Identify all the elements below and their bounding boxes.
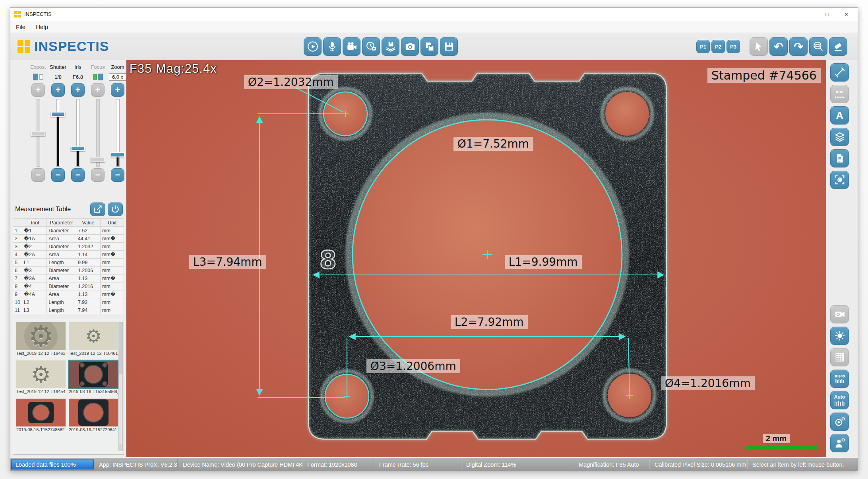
iris-decrease-button[interactable]: − xyxy=(71,168,85,182)
app-window: INSPECTIS — □ × File Help INSPECTIS xyxy=(10,7,858,471)
gallery-thumbnail[interactable]: 2019-08-16-T152729841_... xyxy=(69,399,118,432)
exposure-decrease-button[interactable]: − xyxy=(31,168,45,182)
measure-label-l1[interactable]: L1=9.99mm xyxy=(505,255,582,269)
focus-decrease-button[interactable]: − xyxy=(91,168,105,182)
preset-p3-button[interactable]: P3 xyxy=(727,40,740,53)
plate-thumbnail-image xyxy=(69,399,118,426)
window-title: INSPECTIS xyxy=(24,11,52,17)
snapshot-camera-button[interactable] xyxy=(401,37,419,56)
save-button[interactable] xyxy=(440,37,458,56)
exposure-increase-button[interactable]: + xyxy=(31,83,45,97)
col-header-unit: Unit xyxy=(101,219,124,227)
status-format: Format: 1920x1080 xyxy=(303,460,374,469)
measure-label-d3[interactable]: Ø3=1.2006mm xyxy=(366,359,460,373)
col-header-tool: Tool xyxy=(22,219,46,227)
grid-button[interactable] xyxy=(830,348,849,366)
slider-label: Shutter xyxy=(48,64,68,72)
table-row[interactable]: 6�3Diameter1.2006mm xyxy=(13,267,124,275)
user-settings-button[interactable]: ⚙ xyxy=(830,434,849,452)
table-row[interactable]: 4�2AArea1.14mm� xyxy=(13,251,124,259)
measure-tool-button[interactable] xyxy=(830,63,849,82)
measure-label-l3[interactable]: L3=7.94mm xyxy=(189,255,266,269)
table-row[interactable]: 9�4AArea1.13mm� xyxy=(13,290,124,298)
measure-label-l2[interactable]: L2=7.92mm xyxy=(451,315,528,329)
edit-toolbar: P1 P2 P3 ↶ ↷ xyxy=(696,37,847,56)
status-magnification: Magnification: F35 Auto xyxy=(575,460,649,469)
measure-label-d1[interactable]: Ø1=7.52mm xyxy=(453,137,533,151)
timelapse-capture-button[interactable] xyxy=(362,37,380,56)
shutter-slider[interactable] xyxy=(56,99,60,167)
zoom-increase-button[interactable]: + xyxy=(111,83,124,97)
maximize-button[interactable]: □ xyxy=(825,11,829,17)
thumbnail-caption: Test_2019-12-12-T164617... xyxy=(69,351,118,356)
eraser-button[interactable] xyxy=(829,37,847,56)
auto-levels-button[interactable]: Auto xyxy=(830,391,849,409)
status-pixel-size: Calibrated Pixel Size: 0.005106 mm xyxy=(651,460,747,469)
gallery-thumbnail[interactable]: ⚙ Test_2019-12-12-T164639... xyxy=(16,322,66,356)
table-row[interactable]: 8�4Diameter1.2016mm xyxy=(13,282,124,290)
iris-increase-button[interactable]: + xyxy=(71,83,85,97)
capture-toolbar xyxy=(304,37,458,56)
thumbnail-caption: 2019-08-16-T153155968_... xyxy=(69,389,118,394)
menu-help[interactable]: Help xyxy=(36,23,48,30)
measure-label-d4[interactable]: Ø4=1.2016mm xyxy=(661,376,755,390)
menu-file[interactable]: File xyxy=(16,23,25,30)
table-row[interactable]: 2�1AArea44.41mm� xyxy=(13,235,124,243)
save-copy-button[interactable] xyxy=(420,37,438,56)
zoom-slider[interactable] xyxy=(116,99,120,167)
table-row[interactable]: 10L2Length7.92mm xyxy=(13,298,124,306)
inspectis-logo-icon xyxy=(17,40,30,53)
report-button[interactable] xyxy=(830,149,849,167)
table-row[interactable]: 7�3AArea1.13mm� xyxy=(13,275,124,282)
title-bar: INSPECTIS — □ × xyxy=(10,8,858,21)
focus-slider[interactable] xyxy=(96,99,100,167)
status-frame-rate: Frame Rate: 56 fps xyxy=(375,460,461,469)
gallery-thumbnail[interactable]: ⚙ Test_2019-12-12-T164549... xyxy=(16,360,66,394)
table-row[interactable]: 3�2Diameter1.2032mm xyxy=(13,243,124,251)
microphone-button[interactable] xyxy=(323,37,341,56)
gallery-thumbnail[interactable]: ⚙ Test_2019-12-12-T164617... xyxy=(69,322,118,356)
calibration-button[interactable] xyxy=(830,370,849,388)
preset-p2-button[interactable]: P2 xyxy=(711,40,725,53)
power-button[interactable] xyxy=(108,203,123,216)
minimize-button[interactable]: — xyxy=(803,11,809,17)
export-table-button[interactable] xyxy=(90,203,105,216)
camera-source-button[interactable] xyxy=(830,305,849,323)
shutter-value: 1/8 xyxy=(48,72,68,82)
shutter-increase-button[interactable]: + xyxy=(51,83,65,97)
gallery-scrollbar[interactable] xyxy=(118,322,123,451)
shutter-decrease-button[interactable]: − xyxy=(51,168,65,182)
slider-iris: Iris F6.8 + − xyxy=(68,64,88,183)
cursor-button[interactable] xyxy=(750,37,768,56)
zoom-select-button[interactable] xyxy=(809,37,827,56)
slider-shutter: Shutter 1/8 + − xyxy=(48,64,68,183)
preset-p1-button[interactable]: P1 xyxy=(696,40,710,53)
save-stack-button[interactable] xyxy=(382,37,399,56)
table-row[interactable]: 1�1Diameter7.52mm xyxy=(13,227,124,235)
iris-slider[interactable] xyxy=(76,99,80,167)
redo-button[interactable]: ↷ xyxy=(789,37,808,56)
video-record-button[interactable] xyxy=(343,37,360,56)
undo-button[interactable]: ↶ xyxy=(769,37,788,56)
table-row[interactable]: 5L1Length9.99mm xyxy=(13,259,124,267)
measurement-table-title: Measurement Table xyxy=(15,206,71,213)
gallery-thumbnail[interactable]: 2019-08-16-T152748582.j... xyxy=(16,399,66,432)
table-row[interactable]: 11L3Length7.94mm xyxy=(13,306,124,314)
slider-label: Iris xyxy=(68,64,88,72)
focus-increase-button[interactable]: + xyxy=(91,83,105,97)
gallery-thumbnail-selected[interactable]: 2019-08-16-T153155968_... xyxy=(69,360,118,394)
gear-thumbnail-image: ⚙ xyxy=(69,322,118,350)
close-button[interactable]: × xyxy=(845,11,848,17)
layers-button[interactable] xyxy=(830,128,849,146)
ruler-mm-button[interactable]: mm xyxy=(830,85,849,103)
play-button[interactable] xyxy=(304,37,322,56)
zoom-decrease-button[interactable]: − xyxy=(111,168,124,182)
status-app-version: App: INSPECTIS ProX, V6.2.3 xyxy=(95,460,178,469)
camera-settings-button[interactable]: ⚙ xyxy=(830,413,849,431)
text-annotation-button[interactable]: A xyxy=(830,106,849,125)
live-view-viewport[interactable]: F35 Mag:25.4x Stamped #74566 Ø2=1.2032mm… xyxy=(126,60,826,457)
live-view-button[interactable] xyxy=(830,171,849,189)
exposure-slider[interactable] xyxy=(37,99,40,167)
measure-label-d2[interactable]: Ø2=1.2032mm xyxy=(244,75,338,89)
brightness-button[interactable] xyxy=(830,327,849,345)
